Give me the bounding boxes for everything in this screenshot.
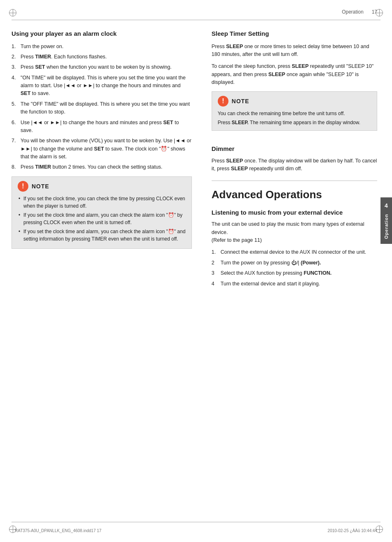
- alarm-step-1: 1. Turn the power on.: [12, 43, 192, 51]
- header-section: Operation: [342, 9, 364, 15]
- sleep-note-title: NOTE: [232, 98, 249, 104]
- dimmer-title: Dimmer: [212, 145, 377, 153]
- alarm-step-5: 5. The "OFF TIME" will be displayed. Thi…: [12, 100, 192, 116]
- listening-title: Listening to music from your external de…: [212, 208, 377, 217]
- page-header: Operation 17: [342, 9, 377, 15]
- sleep-note-header: ! NOTE: [218, 96, 371, 107]
- right-column: Sleep Timer Setting Press SLEEP one or m…: [202, 25, 377, 517]
- alarm-section-title: Using your player as an alarm clock: [12, 30, 192, 38]
- alarm-note-item-1: If you set the clock time, you can check…: [18, 195, 186, 210]
- alarm-step-4: 4. "ON TIME" will be displayed. This is …: [12, 74, 192, 98]
- alarm-note-title: NOTE: [32, 183, 49, 190]
- dimmer-body: Press SLEEP once. The display window wil…: [212, 157, 377, 173]
- alarm-step-2: 2. Press TIMER. Each functions flashes.: [12, 53, 192, 61]
- crosshair-tl: [9, 9, 16, 16]
- section-divider: [212, 181, 377, 181]
- tab-label: Operation: [384, 214, 389, 239]
- advanced-title: Advanced Operations: [212, 188, 377, 201]
- alarm-note-body: If you set the clock time, you can check…: [18, 195, 186, 243]
- page-footer: RAT375-A0U_DPANLLK_ENG_4608.indd17 17 20…: [15, 528, 377, 533]
- alarm-step-3: 3. Press SET when the function you want …: [12, 63, 192, 71]
- alarm-note-icon: !: [18, 181, 28, 192]
- page-container: Operation 17 4 Operation Using your play…: [0, 0, 392, 542]
- sleep-note-p1: You can check the remaining time before …: [218, 110, 371, 117]
- footer-right: 2010-02-25 ¿ÀÀû 10:44:44: [327, 528, 377, 533]
- left-column: Using your player as an alarm clock 1. T…: [12, 25, 202, 517]
- listening-step-4: 4 Turn the external device and start it …: [212, 280, 377, 288]
- listening-steps-list: 1. Connect the external device to the AU…: [212, 248, 377, 288]
- alarm-note-item-3: If you set the clock time and alarm, you…: [18, 228, 186, 243]
- listening-step-3: 3 Select the AUX function by pressing FU…: [212, 269, 377, 277]
- alarm-step-6: 6. Use |◄◄ or ►►| to change the hours an…: [12, 119, 192, 135]
- spacer-1: [212, 136, 377, 145]
- sleep-note-p2: Press SLEEP. The remaining time appears …: [218, 119, 371, 126]
- sleep-body-1: Press SLEEP one or more times to select …: [212, 43, 377, 59]
- alarm-step-7: 7. You will be shown the volume (VOL) yo…: [12, 137, 192, 161]
- footer-left: RAT375-A0U_DPANLLK_ENG_4608.indd17 17: [15, 528, 101, 533]
- alarm-note-header: ! NOTE: [18, 181, 186, 192]
- alarm-note-item-2: If you set the clock time and alarm, you…: [18, 211, 186, 226]
- bottom-rule: [12, 522, 380, 522]
- side-tab: 4 Operation: [380, 197, 392, 244]
- sleep-note-body: You can check the remaining time before …: [218, 110, 371, 126]
- tab-number: 4: [385, 202, 388, 209]
- header-page: 17: [372, 9, 377, 15]
- sleep-note-box: ! NOTE You can check the remaining time …: [212, 91, 377, 131]
- top-rule: [12, 20, 380, 20]
- alarm-note-box: ! NOTE If you set the clock time, you ca…: [12, 176, 192, 249]
- sleep-section-title: Sleep Timer Setting: [212, 30, 377, 38]
- sleep-note-icon: !: [218, 96, 228, 107]
- alarm-steps-list: 1. Turn the power on. 2. Press TIMER. Ea…: [12, 43, 192, 171]
- main-content: Using your player as an alarm clock 1. T…: [12, 25, 377, 517]
- sleep-body-2: To cancel the sleep function, press SLEE…: [212, 63, 377, 86]
- listening-step-2: 2 Turn the power on by pressing ⏻/| (Pow…: [212, 259, 377, 267]
- alarm-step-8: 8. Press TIMER button 2 times. You can c…: [12, 163, 192, 171]
- listening-step-1: 1. Connect the external device to the AU…: [212, 248, 377, 256]
- listening-body: The unit can be used to play the music f…: [212, 220, 377, 244]
